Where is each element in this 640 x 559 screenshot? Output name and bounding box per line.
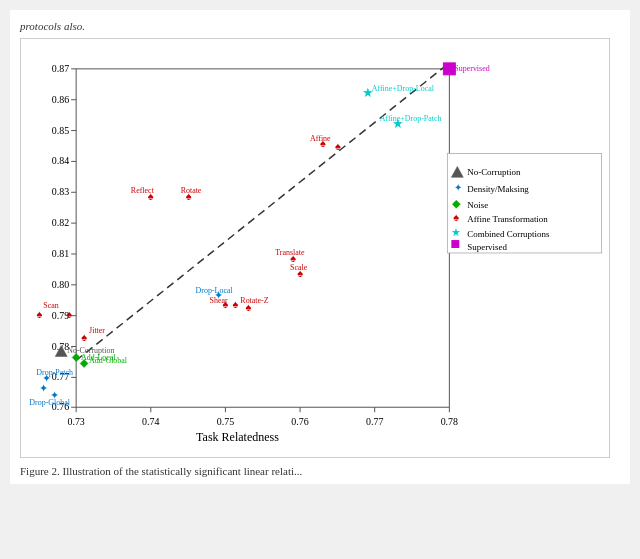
svg-text:Drop-Global: Drop-Global [29, 398, 70, 407]
svg-text:★: ★ [451, 226, 461, 238]
svg-text:✦: ✦ [454, 182, 462, 193]
svg-text:0.82: 0.82 [52, 217, 69, 228]
svg-text:Add-Global: Add-Global [89, 356, 128, 365]
svg-text:Reflect: Reflect [131, 186, 155, 195]
svg-text:0.84: 0.84 [52, 155, 69, 166]
svg-text:Affine Transformation: Affine Transformation [467, 214, 548, 224]
svg-text:♠: ♠ [66, 308, 72, 320]
svg-text:♠: ♠ [453, 211, 459, 223]
page-container: protocols also. Acc.(%) on Downstream Ta… [10, 10, 630, 484]
svg-text:Affine: Affine [310, 134, 331, 143]
svg-text:Density/Maksing: Density/Maksing [467, 184, 529, 194]
svg-text:0.78: 0.78 [441, 416, 458, 427]
svg-text:0.76: 0.76 [291, 416, 308, 427]
svg-text:0.74: 0.74 [142, 416, 159, 427]
svg-text:Affine+Drop-Patch: Affine+Drop-Patch [380, 114, 442, 123]
svg-text:Scan: Scan [43, 301, 58, 310]
svg-text:0.83: 0.83 [52, 186, 69, 197]
svg-text:0.75: 0.75 [217, 416, 234, 427]
svg-text:Rotate-Z: Rotate-Z [240, 296, 268, 305]
svg-text:♠: ♠ [81, 331, 87, 343]
chart-svg: 0.73 0.74 0.75 0.76 0.77 0.78 0.87 0.86 [21, 39, 609, 457]
svg-text:No-Corruption: No-Corruption [467, 167, 521, 177]
svg-text:0.87: 0.87 [52, 63, 69, 74]
svg-text:0.81: 0.81 [52, 248, 69, 259]
svg-text:0.77: 0.77 [366, 416, 383, 427]
svg-text:0.80: 0.80 [52, 279, 69, 290]
svg-text:0.73: 0.73 [67, 416, 84, 427]
svg-text:Noise: Noise [467, 200, 488, 210]
svg-text:♠: ♠ [36, 308, 42, 320]
svg-text:♠: ♠ [335, 140, 341, 152]
svg-text:0.86: 0.86 [52, 94, 69, 105]
svg-text:Affine+Drop-Local: Affine+Drop-Local [372, 84, 435, 93]
chart-wrapper: Acc.(%) on Downstream Tasks Task Related… [20, 38, 610, 458]
svg-text:Combined Corruptions: Combined Corruptions [467, 229, 550, 239]
svg-text:Drop-Local: Drop-Local [196, 286, 234, 295]
svg-text:Translate: Translate [275, 248, 305, 257]
svg-text:♠: ♠ [232, 298, 238, 310]
svg-text:Drop-Patch: Drop-Patch [36, 368, 73, 377]
top-text: protocols also. [20, 20, 620, 32]
svg-text:Supervised: Supervised [454, 64, 489, 73]
svg-text:Rotate: Rotate [181, 186, 202, 195]
svg-text:Scale: Scale [290, 263, 308, 272]
svg-text:✦: ✦ [39, 382, 48, 394]
svg-text:Jitter: Jitter [89, 326, 105, 335]
svg-text:0.85: 0.85 [52, 125, 69, 136]
svg-rect-89 [451, 240, 459, 248]
svg-text:Shear: Shear [210, 296, 228, 305]
caption: Figure 2. Illustration of the statistica… [20, 464, 620, 479]
svg-text:Supervised: Supervised [467, 242, 507, 252]
